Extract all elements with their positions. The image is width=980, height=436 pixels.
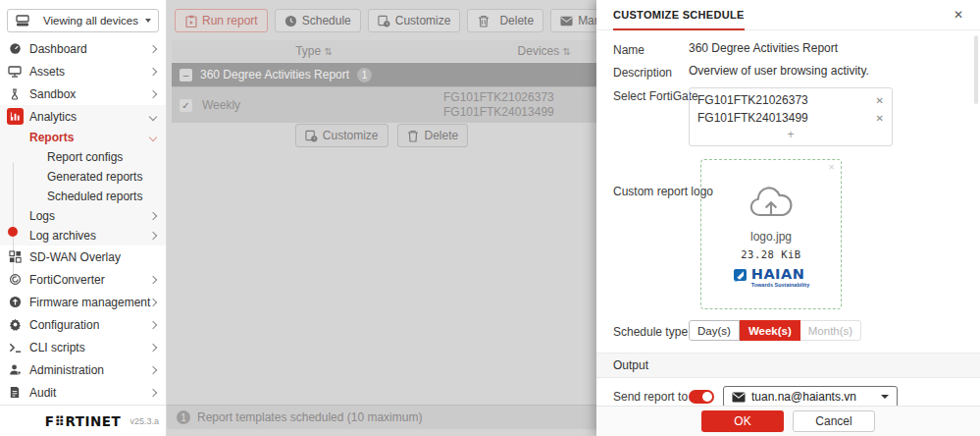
- customize-row-button[interactable]: Customize: [295, 124, 388, 147]
- column-header-type[interactable]: Type ⇅: [201, 44, 427, 58]
- sidebar-item-scheduled-reports[interactable]: Scheduled reports: [0, 187, 166, 206]
- sidebar-item-firmware-management[interactable]: Firmware management: [0, 291, 166, 313]
- sidebar-item-assets[interactable]: Assets: [0, 60, 166, 82]
- dashboard-icon: [7, 41, 23, 56]
- sidebar-item-dashboard[interactable]: Dashboard: [0, 37, 166, 60]
- app-window: Viewing all devices Dashboard Assets: [0, 0, 980, 436]
- clock-icon: [284, 15, 297, 27]
- column-header-devices[interactable]: Devices ⇅: [427, 44, 596, 58]
- sidebar-item-administration[interactable]: Administration: [0, 358, 166, 381]
- row-checkbox-checked[interactable]: ✓: [180, 99, 192, 112]
- chevron-right-icon: [149, 298, 157, 305]
- customize-button[interactable]: Customize: [368, 9, 461, 32]
- panel-footer: OK Cancel: [596, 406, 980, 436]
- sidebar-item-sandbox[interactable]: Sandbox: [0, 82, 166, 105]
- chevron-right-icon: [149, 89, 157, 97]
- run-report-button[interactable]: Run report: [175, 9, 268, 32]
- sidebar-item-forticonverter[interactable]: FortiConverter: [0, 268, 166, 291]
- custom-logo-field: Custom report logo ✕ logo.jpg 23.28 KiB …: [596, 159, 980, 309]
- panel-scrollbar[interactable]: [974, 35, 978, 104]
- haian-logo-icon: [733, 267, 748, 283]
- sidebar-item-generated-reports[interactable]: Generated reports: [0, 167, 166, 187]
- version-label: v25.3.a: [129, 416, 159, 426]
- email-recipient-select[interactable]: tuan.na@haiants.vn: [723, 386, 898, 408]
- ok-button[interactable]: OK: [701, 410, 784, 432]
- sidebar-item-log-archives[interactable]: Log archives: [0, 226, 166, 245]
- schedule-type-weeks[interactable]: Week(s): [740, 320, 800, 341]
- sidebar-item-sdwan-overlay[interactable]: SD-WAN Overlay: [0, 245, 166, 268]
- cloud-upload-icon: [748, 186, 795, 221]
- fortigate-device-item: FG101FTK21026373 ✕: [697, 91, 884, 109]
- envelope-icon: [732, 392, 746, 403]
- panel-header: CUSTOMIZE SCHEDULE ✕: [596, 0, 980, 30]
- sidebar-item-reports[interactable]: Reports: [0, 128, 166, 147]
- trash-icon: [477, 15, 490, 27]
- audit-doc-icon: [7, 385, 23, 400]
- schedule-type-segmented-control: Day(s) Week(s) Month(s): [689, 320, 861, 341]
- sort-icon: ⇅: [324, 46, 332, 57]
- analytics-group: Analytics Reports Report configs Generat…: [0, 105, 166, 245]
- fortigate-field: Select FortiGate FG101FTK21026373 ✕ FG10…: [596, 87, 980, 146]
- terminal-icon: [7, 340, 23, 354]
- group-checkbox-indeterminate[interactable]: –: [180, 69, 192, 82]
- device-selector[interactable]: Viewing all devices: [7, 9, 159, 32]
- delete-row-button[interactable]: Delete: [397, 124, 469, 147]
- send-report-toggle-on[interactable]: [689, 390, 714, 404]
- trash-icon: [407, 130, 420, 142]
- cancel-button[interactable]: Cancel: [793, 410, 875, 432]
- analytics-icon: [7, 108, 24, 125]
- haian-tagline: Towards Sustainability: [751, 283, 810, 289]
- sidebar: Viewing all devices Dashboard Assets: [0, 0, 167, 436]
- row-devices-cell: FG101FTK21026373 FG101FTK24013499: [443, 90, 554, 120]
- table-row[interactable]: ✓ Weekly FG101FTK21026373 FG101FTK240134…: [172, 86, 596, 123]
- chevron-right-icon: [149, 67, 157, 75]
- chevron-right-icon: [149, 44, 157, 52]
- table-header: Type ⇅ Devices ⇅: [172, 40, 596, 62]
- sidebar-item-report-configs[interactable]: Report configs: [0, 147, 166, 167]
- remove-device-icon[interactable]: ✕: [876, 113, 884, 124]
- name-value: 360 Degree Activities Report: [689, 41, 838, 55]
- schedule-type-label: Schedule type: [613, 323, 689, 339]
- chevron-right-icon: [149, 320, 157, 328]
- sidebar-item-configuration[interactable]: Configuration: [0, 313, 166, 336]
- admin-user-icon: [7, 362, 23, 377]
- schedule-type-days[interactable]: Day(s): [689, 320, 740, 341]
- send-report-field: Send report to tuan.na@haiants.vn: [596, 386, 980, 408]
- sdwan-icon: [7, 249, 23, 264]
- description-label: Description: [613, 64, 689, 80]
- close-icon[interactable]: ✕: [954, 8, 963, 22]
- remove-device-icon[interactable]: ✕: [876, 95, 884, 106]
- delete-button[interactable]: Delete: [467, 9, 543, 32]
- caret-down-icon: [881, 395, 889, 399]
- gear-icon: [7, 317, 23, 332]
- description-field: Description Overview of user browsing ac…: [596, 64, 980, 80]
- output-section-header: Output: [596, 353, 980, 378]
- schedule-type-months[interactable]: Month(s): [800, 320, 861, 341]
- chevron-right-icon: [149, 232, 157, 240]
- sidebar-item-cli-scripts[interactable]: CLI scripts: [0, 336, 166, 358]
- chevron-right-icon: [149, 388, 157, 396]
- sidebar-nav: Dashboard Assets Sandbox: [0, 37, 166, 404]
- status-bar: 1 Report templates scheduled (10 maximum…: [167, 405, 596, 429]
- device-selector-label: Viewing all devices: [43, 15, 138, 27]
- table-group-row[interactable]: – 360 Degree Activities Report 1: [172, 63, 596, 86]
- fortigate-label: Select FortiGate: [613, 87, 689, 103]
- chevron-right-icon: [149, 365, 157, 373]
- chevron-right-icon: [149, 275, 157, 283]
- remove-logo-icon[interactable]: ✕: [828, 163, 835, 172]
- chevron-down-icon: [149, 134, 157, 141]
- sidebar-item-audit[interactable]: Audit: [0, 381, 166, 404]
- sidebar-item-logs[interactable]: Logs: [0, 206, 166, 226]
- schedule-button[interactable]: Schedule: [275, 9, 361, 32]
- chevron-right-icon: [149, 212, 157, 220]
- name-field: Name 360 Degree Activities Report: [596, 41, 980, 57]
- logo-upload-dropzone[interactable]: ✕ logo.jpg 23.28 KiB HAIAN Towards Susta…: [700, 159, 842, 309]
- haian-logo: HAIAN Towards Sustainability: [733, 267, 810, 288]
- sidebar-item-analytics[interactable]: Analytics: [0, 105, 166, 128]
- add-device-button[interactable]: +: [697, 127, 884, 143]
- active-page-dot: [8, 227, 18, 237]
- customize-schedule-panel: CUSTOMIZE SCHEDULE ✕ Name 360 Degree Act…: [596, 0, 980, 436]
- send-report-label: Send report to: [613, 390, 689, 404]
- customize-icon: [378, 15, 390, 27]
- description-value: Overview of user browsing activity.: [689, 64, 869, 78]
